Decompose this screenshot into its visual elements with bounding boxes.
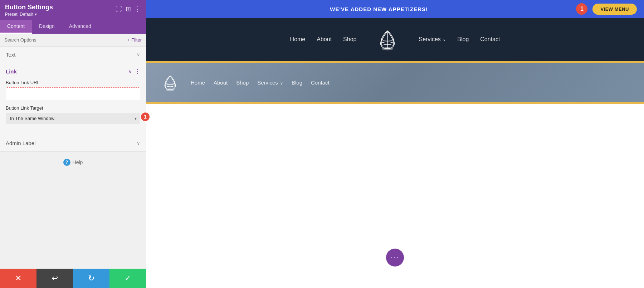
announcement-badge: 1 <box>576 3 587 15</box>
link-section-header[interactable]: Link ∧ ⋮ <box>0 63 146 80</box>
floating-action-button[interactable]: ··· <box>386 249 404 267</box>
services-dropdown-icon: ∨ <box>443 38 446 42</box>
secondary-nav-blog[interactable]: Blog <box>292 80 302 86</box>
main-nav-blog[interactable]: Blog <box>457 36 469 43</box>
secondary-nav-links: Home About Shop Services ∨ Blog Contact <box>191 80 330 86</box>
url-input-wrapper <box>6 87 140 100</box>
tab-advanced[interactable]: Advanced <box>62 20 98 34</box>
undo-icon: ↩ <box>52 274 58 283</box>
undo-button[interactable]: ↩ <box>36 269 73 288</box>
secondary-shell-logo-icon <box>160 72 180 92</box>
secondary-nav-logo <box>160 72 180 93</box>
nav-logo <box>375 26 400 53</box>
secondary-nav-about[interactable]: About <box>214 80 228 86</box>
link-section-left: Link <box>6 68 17 75</box>
right-panel: WE'VE ADDED NEW APPETIZERS! 1 VIEW MENU … <box>146 0 644 288</box>
main-nav-services[interactable]: Services ∨ <box>419 36 446 43</box>
view-menu-button[interactable]: VIEW MENU <box>592 4 637 15</box>
main-nav-home[interactable]: Home <box>290 36 306 43</box>
text-section-left: Text <box>6 52 16 58</box>
shell-logo-icon <box>375 26 400 51</box>
panel-header-left: Button Settings Preset: Default ▾ <box>5 4 53 17</box>
main-nav-shop[interactable]: Shop <box>343 36 356 43</box>
link-section: Link ∧ ⋮ Button Link URL Button Link Tar… <box>0 63 146 135</box>
admin-label-chevron-icon: ∨ <box>137 140 140 146</box>
help-label: Help <box>73 159 83 165</box>
panel-title: Button Settings <box>5 4 53 11</box>
link-chevron-icon: ∧ <box>128 69 132 74</box>
announcement-bar: WE'VE ADDED NEW APPETIZERS! 1 VIEW MENU <box>146 0 644 18</box>
main-nav-links: Home About Shop Services ∨ <box>290 26 500 53</box>
secondary-services-dropdown-icon: ∨ <box>280 81 283 85</box>
target-label: Button Link Target <box>6 105 140 111</box>
filter-label: + Filter <box>127 37 142 43</box>
tab-design[interactable]: Design <box>32 20 62 34</box>
more-icon[interactable]: ⋮ <box>135 5 141 13</box>
admin-label-left: Admin Label <box>6 140 35 146</box>
redo-button[interactable]: ↻ <box>73 269 109 288</box>
announcement-text: WE'VE ADDED NEW APPETIZERS! <box>182 6 576 12</box>
target-select[interactable]: In The Same Window In A New Tab <box>6 113 140 124</box>
panel-header-icons: ⛶ ⊞ ⋮ <box>116 5 141 13</box>
filter-button[interactable]: + Filter <box>127 37 142 43</box>
text-section-title: Text <box>6 52 16 58</box>
main-nav: Home About Shop Services ∨ <box>146 18 644 61</box>
secondary-nav-shop[interactable]: Shop <box>236 80 249 86</box>
secondary-nav: Home About Shop Services ∨ Blog Contact <box>146 63 644 102</box>
cancel-button[interactable]: ✕ <box>0 269 36 288</box>
main-nav-about[interactable]: About <box>317 36 332 43</box>
link-badge: 1 <box>140 112 150 122</box>
search-input[interactable] <box>4 37 125 43</box>
announcement-right: 1 VIEW MENU <box>576 3 637 15</box>
fullscreen-icon[interactable]: ⛶ <box>116 5 122 13</box>
panel-tabs: Content Design Advanced <box>0 20 146 34</box>
save-button[interactable]: ✓ <box>109 269 146 288</box>
panel-header: Button Settings Preset: Default ▾ ⛶ ⊞ ⋮ <box>0 0 146 20</box>
secondary-nav-home[interactable]: Home <box>191 80 205 86</box>
cancel-icon: ✕ <box>15 274 21 283</box>
redo-icon: ↻ <box>88 274 94 283</box>
url-label: Button Link URL <box>6 80 140 85</box>
tab-content[interactable]: Content <box>0 20 32 34</box>
admin-label-title: Admin Label <box>6 140 35 146</box>
panel-preset[interactable]: Preset: Default ▾ <box>5 12 53 17</box>
url-field-group: Button Link URL <box>6 80 140 100</box>
target-field-group: Button Link Target In The Same Window In… <box>6 105 140 124</box>
help-icon: ? <box>63 159 70 166</box>
secondary-nav-contact[interactable]: Contact <box>311 80 330 86</box>
link-more-icon[interactable]: ⋮ <box>135 68 140 75</box>
help-section[interactable]: ? Help <box>0 152 146 173</box>
link-section-title: Link <box>6 68 17 75</box>
link-content: Button Link URL Button Link Target In Th… <box>0 80 146 135</box>
left-panel: Button Settings Preset: Default ▾ ⛶ ⊞ ⋮ … <box>0 0 146 288</box>
admin-label-section-header[interactable]: Admin Label ∨ <box>0 135 146 151</box>
main-nav-contact[interactable]: Contact <box>480 36 500 43</box>
secondary-nav-services[interactable]: Services ∨ <box>257 80 283 86</box>
floating-dots-icon: ··· <box>391 253 399 262</box>
admin-label-section: Admin Label ∨ <box>0 135 146 152</box>
target-select-wrapper: In The Same Window In A New Tab ▾ <box>6 113 140 124</box>
text-section-header[interactable]: Text ∨ <box>0 47 146 63</box>
text-section: Text ∨ <box>0 47 146 63</box>
search-bar: + Filter <box>0 34 146 47</box>
text-chevron-icon: ∨ <box>137 52 140 57</box>
url-input[interactable] <box>9 91 137 97</box>
save-icon: ✓ <box>125 274 131 283</box>
grid-icon[interactable]: ⊞ <box>126 5 131 13</box>
content-area: ··· <box>146 104 644 288</box>
bottom-toolbar: ✕ ↩ ↻ ✓ <box>0 269 146 288</box>
